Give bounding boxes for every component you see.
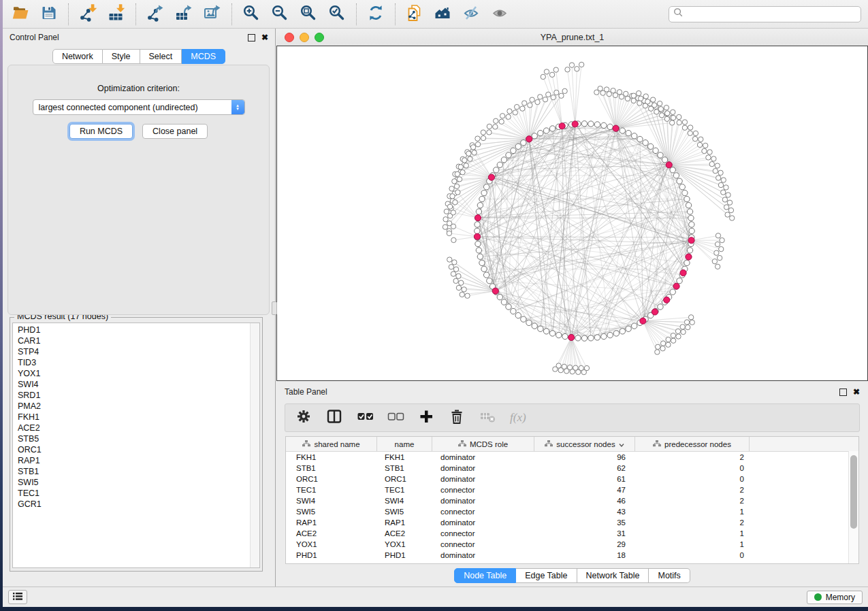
network-node[interactable] xyxy=(682,125,687,130)
network-node[interactable] xyxy=(513,110,517,115)
network-node[interactable] xyxy=(671,338,675,343)
table-row[interactable]: STB1STB1dominator620 xyxy=(286,463,858,474)
network-view[interactable] xyxy=(276,46,868,381)
network-node[interactable] xyxy=(658,304,663,310)
network-node[interactable] xyxy=(645,99,650,104)
network-node[interactable] xyxy=(538,326,543,331)
network-node[interactable] xyxy=(654,110,659,114)
panel-divider-handle[interactable] xyxy=(272,301,277,315)
network-node[interactable] xyxy=(714,250,719,255)
network-node[interactable] xyxy=(703,143,708,148)
column-header-successor-nodes[interactable]: successor nodes xyxy=(534,437,635,451)
network-node[interactable] xyxy=(477,254,483,259)
network-node[interactable] xyxy=(521,316,526,322)
deselect-all-button[interactable] xyxy=(387,408,405,428)
network-node[interactable] xyxy=(481,135,485,140)
export-table-button[interactable] xyxy=(173,3,195,25)
network-node[interactable] xyxy=(506,114,511,119)
float-table-panel-icon[interactable] xyxy=(839,389,847,396)
network-node[interactable] xyxy=(541,74,545,79)
network-node[interactable] xyxy=(543,329,549,334)
network-node[interactable] xyxy=(688,315,693,320)
column-header-MCDS-role[interactable]: MCDS role xyxy=(432,437,534,451)
window-minimize-icon[interactable] xyxy=(300,33,309,42)
tab-network-table[interactable]: Network Table xyxy=(577,568,649,583)
add-row-button[interactable] xyxy=(418,408,436,428)
network-hub-node[interactable] xyxy=(640,318,646,324)
sort-chevron-icon[interactable] xyxy=(619,440,624,448)
network-node[interactable] xyxy=(569,63,574,67)
network-node[interactable] xyxy=(575,335,581,341)
network-node[interactable] xyxy=(538,95,543,99)
network-node[interactable] xyxy=(680,325,685,329)
network-node[interactable] xyxy=(657,101,662,105)
network-node[interactable] xyxy=(716,176,720,180)
network-node[interactable] xyxy=(713,169,718,174)
network-node[interactable] xyxy=(449,265,453,269)
mcds-result-item[interactable]: TEC1 xyxy=(13,488,250,499)
hide-selected-button[interactable] xyxy=(461,3,483,25)
network-node[interactable] xyxy=(711,156,716,161)
network-node[interactable] xyxy=(607,332,613,337)
network-node[interactable] xyxy=(726,193,730,197)
network-node[interactable] xyxy=(706,155,711,160)
network-node[interactable] xyxy=(670,167,675,173)
network-node[interactable] xyxy=(449,186,454,191)
mcds-result-item[interactable]: SWI4 xyxy=(13,379,250,390)
network-node[interactable] xyxy=(454,184,459,188)
show-columns-button[interactable] xyxy=(326,408,344,428)
column-header-name[interactable]: name xyxy=(377,437,432,451)
zoom-selected-button[interactable] xyxy=(326,3,348,25)
export-network-button[interactable] xyxy=(144,3,166,25)
network-node[interactable] xyxy=(662,157,667,163)
network-node[interactable] xyxy=(676,334,681,339)
network-hub-node[interactable] xyxy=(613,125,619,131)
network-node[interactable] xyxy=(497,294,502,299)
network-node[interactable] xyxy=(660,341,665,346)
tab-node-table[interactable]: Node Table xyxy=(454,568,516,583)
network-node[interactable] xyxy=(653,148,658,153)
new-network-from-selection-button[interactable] xyxy=(404,3,425,25)
network-node[interactable] xyxy=(643,140,648,146)
network-node[interactable] xyxy=(677,278,682,284)
network-node[interactable] xyxy=(522,101,527,105)
network-hub-node[interactable] xyxy=(666,162,672,168)
network-node[interactable] xyxy=(692,136,697,141)
table-scrollbar[interactable] xyxy=(848,451,858,563)
network-node[interactable] xyxy=(501,157,507,163)
delete-row-button[interactable] xyxy=(449,408,466,428)
network-node[interactable] xyxy=(497,162,502,167)
network-node[interactable] xyxy=(479,260,485,265)
network-node[interactable] xyxy=(684,260,690,265)
network-node[interactable] xyxy=(514,104,519,109)
delete-table-button[interactable] xyxy=(479,408,497,428)
close-table-panel-icon[interactable]: ✖ xyxy=(853,388,860,396)
network-node[interactable] xyxy=(494,118,498,123)
network-node[interactable] xyxy=(607,124,613,129)
network-node[interactable] xyxy=(666,337,671,342)
network-node[interactable] xyxy=(543,128,549,133)
network-node[interactable] xyxy=(487,278,492,284)
mcds-result-item[interactable]: RAP1 xyxy=(13,455,250,466)
network-node[interactable] xyxy=(659,113,664,118)
network-node[interactable] xyxy=(671,110,675,114)
zoom-out-button[interactable] xyxy=(269,3,291,25)
table-row[interactable]: ORC1ORC1dominator610 xyxy=(286,474,858,484)
network-node[interactable] xyxy=(453,278,458,283)
network-node[interactable] xyxy=(493,125,498,129)
network-node[interactable] xyxy=(728,208,733,212)
network-node[interactable] xyxy=(637,101,642,105)
network-node[interactable] xyxy=(481,130,485,135)
network-node[interactable] xyxy=(724,185,728,190)
tab-mcds[interactable]: MCDS xyxy=(182,49,225,64)
network-node[interactable] xyxy=(689,228,694,233)
network-node[interactable] xyxy=(656,344,660,349)
close-panel-button[interactable]: Close panel xyxy=(142,124,208,139)
network-hub-node[interactable] xyxy=(475,215,481,221)
network-node[interactable] xyxy=(730,216,735,220)
mcds-result-item[interactable]: FKH1 xyxy=(13,412,250,423)
network-node[interactable] xyxy=(562,88,567,93)
network-node[interactable] xyxy=(588,335,594,341)
network-node[interactable] xyxy=(698,137,703,142)
network-node[interactable] xyxy=(443,225,447,229)
